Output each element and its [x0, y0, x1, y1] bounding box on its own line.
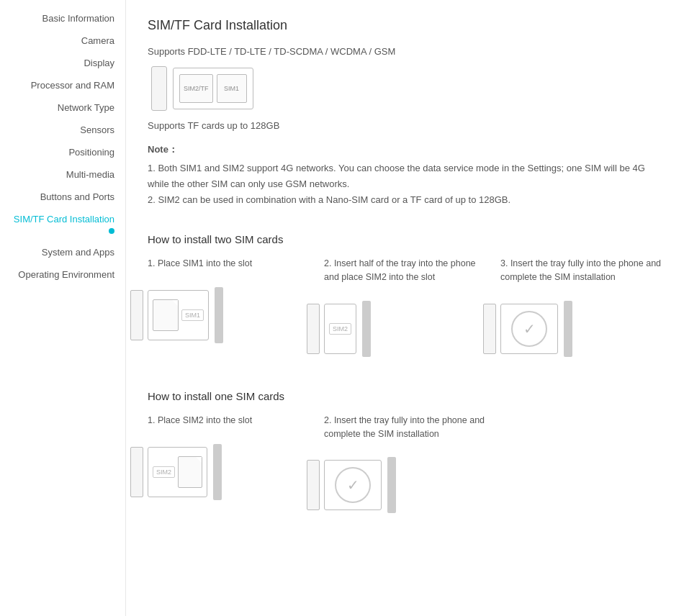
step2-one-label: 2. Insert the tray fully into the phone … [324, 414, 486, 441]
sidebar-item-network-type[interactable]: Network Type [0, 96, 125, 119]
sim-slot-2tf: SIM2/TF [179, 74, 213, 103]
two-sim-title: How to install two SIM cards [148, 233, 662, 245]
one-sim-title: How to install one SIM cards [148, 390, 662, 402]
step1-one-label: 1. Place SIM2 into the slot [148, 414, 310, 427]
sidebar-item-display[interactable]: Display [0, 52, 125, 74]
sidebar-item-sim-tf[interactable]: SIM/TF Card Installation [0, 208, 125, 241]
supports-tf-text: Supports TF cards up to 128GB [148, 120, 662, 131]
two-sim-section: How to install two SIM cards 1. Place SI… [148, 233, 662, 365]
note-line2: 2. SIM2 can be used in combination with … [148, 192, 662, 208]
sidebar-item-sensors[interactable]: Sensors [0, 119, 125, 141]
step3-two-label: 3. Insert the tray fully into the phone … [500, 257, 662, 284]
two-sim-steps: 1. Place SIM1 into the slot SIM1 [148, 257, 662, 365]
step3-diagram: ✓ [500, 293, 662, 365]
one-sim-section: How to install one SIM cards 1. Place SI… [148, 390, 662, 522]
note-section: Note： 1. Both SIM1 and SIM2 support 4G n… [148, 142, 662, 208]
sidebar-item-processor-ram[interactable]: Processor and RAM [0, 74, 125, 96]
step1-one-diagram: SIM2 [148, 436, 310, 508]
sidebar-item-camera[interactable]: Camera [0, 30, 125, 52]
sidebar: Basic Information Camera Display Process… [0, 0, 126, 616]
main-content: SIM/TF Card Installation Supports FDD-LT… [126, 0, 684, 616]
one-sim-steps: 1. Place SIM2 into the slot SIM2 [148, 414, 662, 522]
step2-two-label: 2. Insert half of the tray into the phon… [324, 257, 486, 284]
supports-network-text: Supports FDD-LTE / TD-LTE / TD-SCDMA / W… [148, 46, 662, 57]
sim-diagram-top: SIM2/TF SIM1 [148, 68, 662, 109]
sim-slot-1: SIM1 [217, 74, 247, 103]
sidebar-item-positioning[interactable]: Positioning [0, 141, 125, 163]
note-title: Note： [148, 142, 662, 158]
sidebar-item-buttons-ports[interactable]: Buttons and Ports [0, 186, 125, 208]
step3-two-sim: 3. Insert the tray fully into the phone … [500, 257, 662, 365]
step2-diagram: SIM2 [324, 293, 486, 365]
sidebar-item-basic-information[interactable]: Basic Information [0, 7, 125, 30]
sidebar-item-system-apps[interactable]: System and Apps [0, 241, 125, 263]
step2-one-sim: 2. Insert the tray fully into the phone … [324, 414, 486, 522]
page-title: SIM/TF Card Installation [148, 18, 662, 33]
step1-one-sim: 1. Place SIM2 into the slot SIM2 [148, 414, 310, 522]
step1-two-sim: 1. Place SIM1 into the slot SIM1 [148, 257, 310, 365]
step3-one-sim-spacer [500, 414, 662, 522]
sidebar-item-multimedia[interactable]: Multi-media [0, 163, 125, 186]
step2-two-sim: 2. Insert half of the tray into the phon… [324, 257, 486, 365]
step1-diagram: SIM1 [148, 279, 310, 351]
step1-two-label: 1. Place SIM1 into the slot [148, 257, 310, 271]
sidebar-item-operating-env[interactable]: Operating Environment [0, 263, 125, 286]
step2-one-diagram: ✓ [324, 449, 486, 521]
note-line1: 1. Both SIM1 and SIM2 support 4G network… [148, 160, 662, 192]
